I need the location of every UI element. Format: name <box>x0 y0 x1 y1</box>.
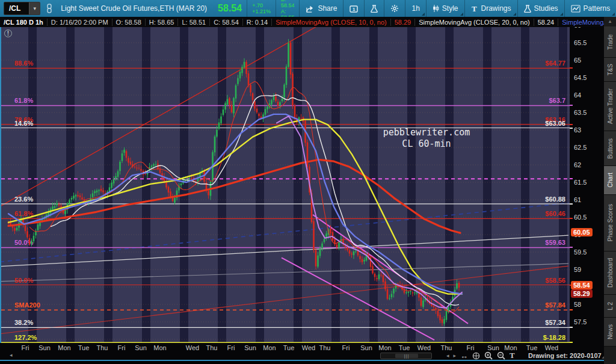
study-label[interactable]: SimpleMovingAvg (CLOSE, 10, 0, no) <box>272 19 390 26</box>
auto-scale-icon[interactable]: ↔ <box>460 351 468 360</box>
patterns-label: Patterns <box>584 4 611 13</box>
sidebar-tab-buttons[interactable]: Buttons <box>604 131 616 166</box>
sidebar-tab-trade[interactable]: Trade <box>604 26 616 58</box>
ohlc-field: D: 1/16/20 2:00 PM <box>48 19 112 26</box>
price-bubble: 60.05 <box>571 228 593 236</box>
settings-button[interactable] <box>384 0 405 17</box>
chart-canvas[interactable]: 88.6%$64.7761.8%$63.778.6%$63.1614.6%$63… <box>0 27 570 343</box>
watermark-line2: CL 60-min <box>369 138 484 150</box>
symbol-input[interactable]: /CL ▾ <box>4 2 40 15</box>
time-tick-label: Tue <box>78 344 90 351</box>
last-price: 58.54 <box>218 3 242 14</box>
time-tick-label: Fri <box>342 344 350 351</box>
price-level-label: $63.06 <box>545 120 565 127</box>
level-tick <box>570 327 573 328</box>
fib-label: SMA200 <box>14 301 40 309</box>
sidebar-collapse-icon[interactable]: ▴ <box>604 17 616 26</box>
sidebar-tab-label: Phase Scores <box>607 204 614 241</box>
step-left-icon[interactable]: ◂ <box>446 353 449 359</box>
sidebar-tab-label: L 2 <box>607 302 614 310</box>
price-level-label: $60.88 <box>545 196 565 203</box>
time-tick-label: Wed <box>302 344 315 351</box>
price-tick-label: 63.5 <box>574 109 587 116</box>
level-tick <box>570 178 573 179</box>
share-button[interactable]: Share <box>299 0 343 17</box>
fib-label: 88.6% <box>14 60 33 67</box>
bottom-bar: ◂ ||| ◂ ▸ ↔ T Drawing set: 2020-0107 <box>0 352 604 360</box>
time-tick-label: Sun <box>135 344 147 351</box>
fib-label: 50.0% <box>14 239 33 246</box>
sidebar-tab-label: Trade <box>607 34 614 50</box>
drawing-set-label[interactable]: Drawing set: 2020-0107 <box>528 352 602 359</box>
study-label[interactable]: SimpleMovingAvg (CLOSE, 20, 0, no) <box>415 19 534 26</box>
dropdown-caret-icon <box>560 13 563 16</box>
price-tick-label: 60.5 <box>574 214 587 221</box>
chart-scrollbar[interactable]: ||| <box>380 353 432 359</box>
price-axis[interactable]: 6665.56564.56463.56362.56261.56160.56059… <box>570 27 604 343</box>
sidebar-tab-t-s[interactable]: T&S <box>604 58 616 82</box>
sidebar-tab-label: Active Trader <box>607 88 614 124</box>
top-toolbar: /CL ▾ Light Sweet Crude Oil Futures,ETH … <box>0 0 616 17</box>
sidebar-tab-chart[interactable]: Chart <box>604 166 616 195</box>
study-value: 58.29 <box>391 19 416 26</box>
bid-ask-block: B: 58.54 A: 58.55 <box>276 0 300 17</box>
text-tool-icon[interactable]: T <box>510 351 515 360</box>
info-icon[interactable]: ! <box>4 29 12 37</box>
sidebar-tab-phase-scores[interactable]: Phase Scores <box>604 195 616 251</box>
time-tick-label: Mon <box>153 344 166 351</box>
symbol-dropdown-caret[interactable]: ▾ <box>29 2 40 14</box>
price-tick-label: 64 <box>574 91 581 99</box>
sidebar-tab-label: Chart <box>607 173 614 187</box>
style-button[interactable]: Style <box>426 0 464 17</box>
level-tick <box>570 105 573 106</box>
time-tick-label: Tue <box>526 344 538 351</box>
fib-label: 61.8% <box>14 97 33 104</box>
zoom-out-icon[interactable] <box>497 351 505 360</box>
right-sidebar: ▴ TradeT&SActive TraderButtonsChartPhase… <box>604 17 616 364</box>
time-tick-label: Mon <box>378 344 391 351</box>
text-T-icon: T <box>471 5 478 13</box>
sidebar-tab-news[interactable]: News <box>604 318 616 347</box>
gear-icon <box>390 4 399 13</box>
globe-icon[interactable] <box>472 352 480 360</box>
calendar-1-icon: 1 <box>350 5 358 13</box>
price-bubble: 58.54 <box>571 281 593 289</box>
sidebar-tab-label: Dashboard <box>607 258 614 288</box>
price-level-label: $63.7 <box>549 97 565 104</box>
sidebar-tab-dashboard[interactable]: Dashboard <box>604 251 616 295</box>
time-tick-label: Wed <box>545 344 558 351</box>
dropdown-caret-icon <box>460 13 463 16</box>
study-label[interactable]: SimpleMovingAvg ... <box>558 19 604 26</box>
change-percent: +1.21% <box>252 8 271 14</box>
studies-button[interactable]: Studies <box>517 0 564 17</box>
watermark: pebblewriter.com CL 60-min <box>369 127 484 150</box>
drawings-button[interactable]: TDrawings <box>464 0 517 17</box>
sidebar-tab-l-2[interactable]: L 2 <box>604 295 616 318</box>
level-tick <box>570 218 573 219</box>
ohlc-field: R: 0.14 <box>243 19 272 26</box>
price-tick-label: 66 <box>574 27 581 29</box>
calendar-button[interactable]: 1 <box>343 0 364 17</box>
time-tick-label: Sun <box>38 344 51 351</box>
zoom-in-icon[interactable] <box>484 351 493 360</box>
symbol-value[interactable]: /CL <box>4 4 29 13</box>
dropdown-caret-icon <box>422 13 425 16</box>
patterns-button[interactable]: Patterns <box>564 0 616 17</box>
flask-icon <box>524 5 531 13</box>
change-block: +.70 +1.21% <box>247 0 276 17</box>
level-tick <box>570 203 573 205</box>
sidebar-tab-active-trader[interactable]: Active Trader <box>604 82 616 131</box>
pan-left-icon[interactable]: ◂ <box>10 352 13 358</box>
bid-value: B: 58.54 <box>281 0 295 8</box>
timeframe-button[interactable]: 1h <box>405 0 425 17</box>
step-right-icon[interactable]: ▸ <box>454 353 457 359</box>
svg-text:T: T <box>472 5 477 13</box>
price-tick-label: 65.5 <box>574 39 587 46</box>
scrollbar-handle[interactable]: ||| <box>395 354 418 358</box>
pattern-icon <box>571 5 581 13</box>
candle-icon <box>433 4 439 13</box>
link-icon[interactable] <box>45 4 54 13</box>
study-labels: SimpleMovingAvg (CLOSE, 10, 0, no)58.29S… <box>272 19 604 26</box>
ondemand-button[interactable] <box>364 0 384 17</box>
time-tick-label: Sun <box>244 344 256 351</box>
